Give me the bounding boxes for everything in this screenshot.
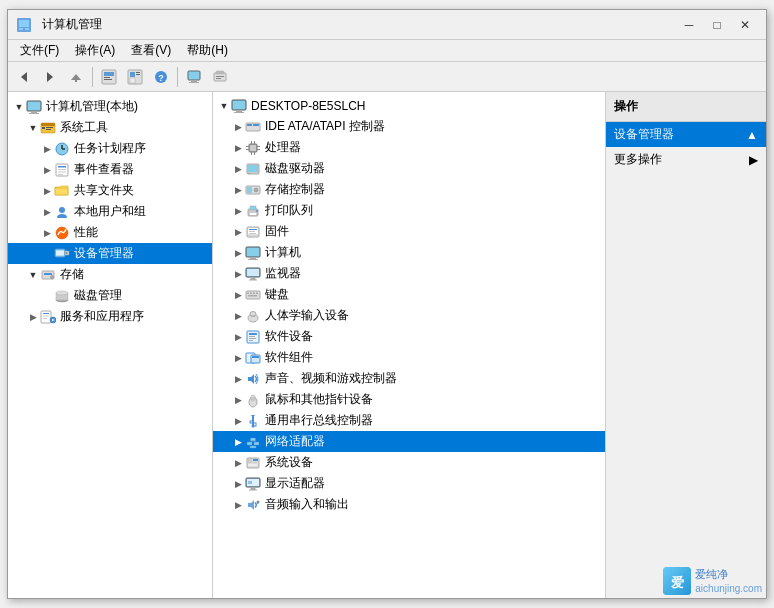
svg-rect-42 xyxy=(55,188,68,195)
svg-rect-72 xyxy=(254,152,255,155)
device-label: 设备管理器 xyxy=(74,245,134,262)
local-user-item[interactable]: ▶ 本地用户和组 xyxy=(8,201,212,222)
svg-rect-55 xyxy=(41,311,51,323)
cpu-label: 处理器 xyxy=(265,139,301,156)
hid-item[interactable]: ▶ 人体学输入设备 xyxy=(213,305,605,326)
svg-rect-75 xyxy=(257,146,260,147)
left-panel: ▼ 计算机管理(本地) ▼ xyxy=(8,92,213,598)
svg-rect-9 xyxy=(104,72,114,76)
right-panel-more-actions[interactable]: 更多操作 ▶ xyxy=(606,147,766,172)
svg-rect-57 xyxy=(43,315,49,316)
toolbar-btn-4[interactable] xyxy=(208,65,232,89)
svg-rect-102 xyxy=(253,292,255,294)
middle-panel-header[interactable]: ▼ DESKTOP-8E5SLCH xyxy=(213,96,605,116)
svg-rect-63 xyxy=(234,112,244,113)
svg-rect-137 xyxy=(253,462,257,463)
storage-ctrl-item[interactable]: ▶ 存储控制器 xyxy=(213,179,605,200)
svg-marker-5 xyxy=(47,72,53,82)
user-icon xyxy=(54,204,70,220)
soft-comp-item[interactable]: ▶ 软件组件 xyxy=(213,347,605,368)
svg-text:?: ? xyxy=(158,73,164,83)
expand-icon: ▶ xyxy=(231,288,245,302)
disk-drive-item[interactable]: ▶ 磁盘驱动器 xyxy=(213,158,605,179)
menu-view[interactable]: 查看(V) xyxy=(123,40,179,61)
task-scheduler-item[interactable]: ▶ 任务计划程序 xyxy=(8,138,212,159)
ide-item[interactable]: ▶ IDE ATA/ATAPI 控制器 xyxy=(213,116,605,137)
svg-rect-21 xyxy=(189,82,199,83)
sys-tools-item[interactable]: ▼ 系统工具 xyxy=(8,117,212,138)
cpu-item[interactable]: ▶ 处理器 xyxy=(213,137,605,158)
svg-rect-71 xyxy=(251,152,252,155)
monitor-item[interactable]: ▶ 监视器 xyxy=(213,263,605,284)
svg-rect-7 xyxy=(75,78,77,82)
disk-icon xyxy=(54,288,70,304)
close-button[interactable]: ✕ xyxy=(732,14,758,36)
device-manager-item[interactable]: 设备管理器 xyxy=(8,243,212,264)
svg-rect-10 xyxy=(104,77,110,78)
svg-point-82 xyxy=(254,188,258,192)
disk-mgmt-item[interactable]: 磁盘管理 xyxy=(8,285,212,306)
svg-rect-112 xyxy=(249,338,256,339)
expand-icon: ▶ xyxy=(40,226,54,240)
expand-icon: ▶ xyxy=(231,414,245,428)
mouse-item[interactable]: ▶ 鼠标和其他指针设备 xyxy=(213,389,605,410)
network-item[interactable]: ▶ 网络适配器 xyxy=(213,431,605,452)
mouse-label: 鼠标和其他指针设备 xyxy=(265,391,373,408)
expand-icon: ▶ xyxy=(231,435,245,449)
performance-item[interactable]: ▶ 性能 xyxy=(8,222,212,243)
storage-item[interactable]: ▼ 存储 xyxy=(8,264,212,285)
computer-label: 计算机 xyxy=(265,244,301,261)
expand-icon: ▶ xyxy=(231,456,245,470)
toolbar-forward[interactable] xyxy=(38,65,62,89)
toolbar-back[interactable] xyxy=(12,65,36,89)
print-queue-item[interactable]: ▶ 打印队列 xyxy=(213,200,605,221)
print-label: 打印队列 xyxy=(265,202,313,219)
toolbar-up[interactable] xyxy=(64,65,88,89)
sysdev-item[interactable]: ▶ 系统设备 xyxy=(213,452,605,473)
keyboard-item[interactable]: ▶ 键盘 xyxy=(213,284,605,305)
sound-item[interactable]: ▶ 声音、视频和游戏控制器 xyxy=(213,368,605,389)
svg-rect-2 xyxy=(19,28,23,30)
toolbar-btn-1[interactable] xyxy=(97,65,121,89)
audio-item[interactable]: ▶ 音频输入和输出 xyxy=(213,494,605,515)
right-panel-arrow-2: ▶ xyxy=(749,153,758,167)
svg-rect-16 xyxy=(130,78,135,83)
right-panel-device-manager[interactable]: 设备管理器 ▲ xyxy=(606,122,766,147)
service-item[interactable]: ▶ 服务和应用程序 xyxy=(8,306,212,327)
right-panel: 操作 设备管理器 ▲ 更多操作 ▶ xyxy=(606,92,766,598)
svg-rect-33 xyxy=(46,129,51,130)
svg-rect-92 xyxy=(246,247,260,257)
software-label: 软件设备 xyxy=(265,328,313,345)
maximize-button[interactable]: □ xyxy=(704,14,730,36)
shared-folder-item[interactable]: ▶ 共享文件夹 xyxy=(8,180,212,201)
minimize-button[interactable]: ─ xyxy=(676,14,702,36)
left-panel-header[interactable]: ▼ 计算机管理(本地) xyxy=(8,96,212,117)
network-label: 网络适配器 xyxy=(265,433,325,450)
menu-help[interactable]: 帮助(H) xyxy=(179,40,236,61)
svg-point-44 xyxy=(56,227,68,239)
svg-rect-11 xyxy=(104,79,112,80)
menu-action[interactable]: 操作(A) xyxy=(67,40,123,61)
firmware-item[interactable]: ▶ 固件 xyxy=(213,221,605,242)
svg-rect-116 xyxy=(252,356,259,358)
computer-item[interactable]: ▶ 计算机 xyxy=(213,242,605,263)
toolbar-btn-3[interactable] xyxy=(182,65,206,89)
usb-item[interactable]: ▶ 通用串行总线控制器 xyxy=(213,410,605,431)
software-device-item[interactable]: ▶ 软件设备 xyxy=(213,326,605,347)
expand-icon xyxy=(40,247,54,261)
monitor-icon xyxy=(245,266,261,282)
menu-file[interactable]: 文件(F) xyxy=(12,40,67,61)
svg-rect-128 xyxy=(254,442,259,445)
storage-ctrl-icon xyxy=(245,182,261,198)
event-viewer-item[interactable]: ▶ 事件查看器 xyxy=(8,159,212,180)
svg-rect-70 xyxy=(254,141,255,144)
svg-rect-30 xyxy=(41,123,55,126)
watermark: 爱 爱纯净 aichunjing.com xyxy=(663,567,762,596)
toolbar-help[interactable]: ? xyxy=(149,65,173,89)
svg-rect-104 xyxy=(248,295,257,297)
expand-icon: ▶ xyxy=(231,162,245,176)
task-label: 任务计划程序 xyxy=(74,140,146,157)
display-item[interactable]: ▶ 显示适配器 xyxy=(213,473,605,494)
toolbar-btn-2[interactable] xyxy=(123,65,147,89)
svg-text:爱: 爱 xyxy=(671,575,684,590)
